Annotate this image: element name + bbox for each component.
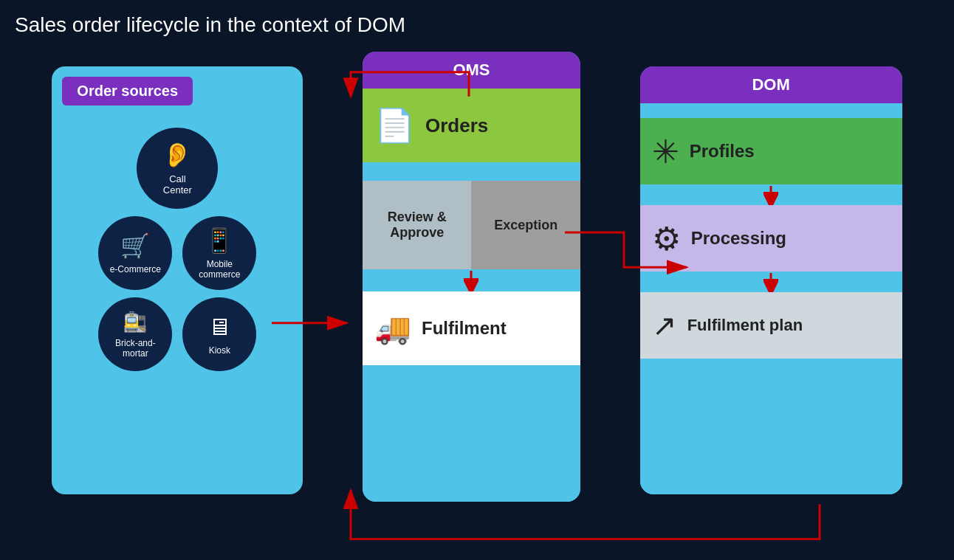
call-center-icon-circle: 👂 CallCenter xyxy=(137,128,218,209)
oms-bottom xyxy=(363,365,580,502)
ecommerce-icon: 🛒 xyxy=(120,232,150,260)
dom-header: DOM xyxy=(640,66,902,103)
icons-grid: 👂 CallCenter 🛒 e-Commerce 📱 Mobilecommer… xyxy=(62,120,292,378)
review-approve-label: Review & Approve xyxy=(388,210,447,241)
oms-orders-label: Orders xyxy=(425,114,488,137)
puzzle-icon: ✳ xyxy=(652,133,679,170)
dom-arrow-1 xyxy=(640,184,902,205)
dom-box: DOM ✳ Profiles ⚙ Processing xyxy=(640,66,902,494)
dom-fulfilment-plan-label: Fulfilment plan xyxy=(687,316,803,335)
mobile-icon-circle: 📱 Mobilecommerce xyxy=(182,216,256,290)
oms-gap-1 xyxy=(363,162,580,181)
diagram-container: Order sources 👂 CallCenter 🛒 e-Commerce … xyxy=(0,44,954,546)
page-title: Sales order lifecycle in the context of … xyxy=(0,0,954,44)
mobile-icon: 📱 xyxy=(205,227,234,255)
mobile-label: Mobilecommerce xyxy=(199,259,240,280)
oms-middle-section: Review & Approve Exception xyxy=(363,181,580,269)
document-icon: 📄 xyxy=(374,106,415,145)
share-icon: ↗ xyxy=(652,308,677,342)
truck-icon: 🚚 xyxy=(374,311,411,346)
ecommerce-label: e-Commerce xyxy=(110,264,161,274)
oms-exception: Exception xyxy=(471,181,580,269)
brick-icon: 🚉 xyxy=(123,311,147,333)
order-sources-label: Order sources xyxy=(62,77,193,106)
call-center-icon: 👂 xyxy=(162,141,192,169)
dom-bottom-gap xyxy=(640,359,902,494)
call-center-label: CallCenter xyxy=(163,173,192,196)
oms-orders-section: 📄 Orders xyxy=(363,89,580,162)
ecommerce-icon-circle: 🛒 e-Commerce xyxy=(98,216,172,290)
dom-arrow-2 xyxy=(640,272,902,292)
kiosk-label: Kiosk xyxy=(209,345,230,356)
brick-label: Brick-and-mortar xyxy=(115,338,156,359)
dom-processing-label: Processing xyxy=(691,228,786,249)
oms-gap-2 xyxy=(363,269,580,291)
brick-icon-circle: 🚉 Brick-and-mortar xyxy=(98,297,172,371)
dom-processing-section: ⚙ Processing xyxy=(640,205,902,272)
order-sources-box: Order sources 👂 CallCenter 🛒 e-Commerce … xyxy=(52,66,303,494)
dom-fulfilment-plan-section: ↗ Fulfilment plan xyxy=(640,292,902,359)
oms-fulfilment-section: 🚚 Fulfilment xyxy=(363,291,580,365)
oms-review-approve: Review & Approve xyxy=(363,181,472,269)
dom-profiles-label: Profiles xyxy=(690,141,755,162)
oms-header: OMS xyxy=(363,52,580,89)
kiosk-icon-circle: 🖥 Kiosk xyxy=(182,297,256,371)
exception-label: Exception xyxy=(494,218,557,233)
dom-profiles-section: ✳ Profiles xyxy=(640,118,902,184)
oms-box: OMS 📄 Orders Review & Approve Exception xyxy=(363,52,580,502)
oms-fulfilment-label: Fulfilment xyxy=(422,318,507,339)
dom-gap-top xyxy=(640,103,902,118)
kiosk-icon: 🖥 xyxy=(207,314,231,341)
gears-icon: ⚙ xyxy=(652,220,681,257)
